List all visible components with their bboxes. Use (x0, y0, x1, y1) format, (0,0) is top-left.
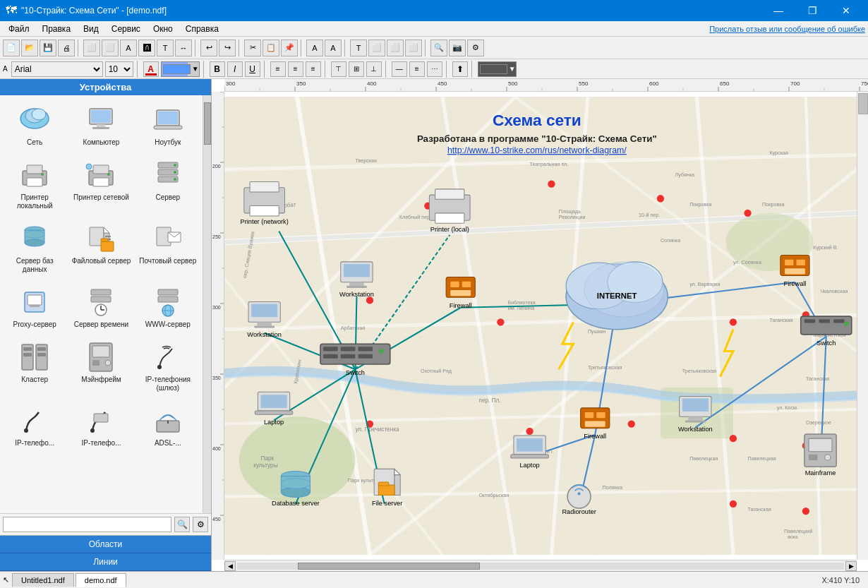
line-style-button[interactable]: — (392, 61, 407, 77)
italic-button[interactable]: I (227, 61, 243, 77)
device-time-server[interactable]: Сервер времени (69, 280, 133, 332)
adsl-icon (151, 404, 185, 438)
tab-areas[interactable]: Области (0, 536, 211, 553)
search-input[interactable] (3, 517, 171, 532)
device-computer[interactable]: Компьютер (69, 98, 133, 150)
valign-bot-button[interactable]: ⊥ (366, 61, 382, 77)
device-cluster[interactable]: Кластер (3, 335, 66, 396)
valign-mid-button[interactable]: ⊞ (349, 61, 364, 77)
device-ip-phone2[interactable]: IP-телефо... (69, 399, 133, 451)
menu-file[interactable]: Файл (3, 23, 35, 35)
device-server[interactable]: Сервер (136, 153, 200, 214)
tab-demo[interactable]: demo.ndf (76, 573, 126, 587)
hscroll-left[interactable]: ◀ (224, 561, 236, 571)
canvas-body[interactable]: 150 200 250 300 350 (212, 92, 868, 571)
paste-button[interactable]: 📌 (281, 40, 298, 56)
device-www[interactable]: WWW-сервер (136, 280, 200, 332)
bring-front-button[interactable]: ⬆ (452, 61, 468, 77)
line-thick-button[interactable]: ≡ (409, 61, 425, 77)
search-button[interactable]: 🔍 (174, 517, 190, 532)
device-printer-local[interactable]: Принтер локальный (3, 153, 66, 214)
vscroll-thumb[interactable] (858, 93, 868, 114)
tb-btn20[interactable]: ⬜ (368, 40, 385, 56)
menu-help[interactable]: Справка (180, 23, 224, 35)
cut-button[interactable]: ✂ (244, 40, 261, 56)
node-workstation1: Workstation (339, 262, 374, 298)
underline-button[interactable]: U (245, 61, 260, 77)
device-printer-net[interactable]: Принтер сетевой (69, 153, 133, 214)
tb-btn17[interactable]: A (306, 40, 323, 56)
menu-edit[interactable]: Правка (37, 23, 77, 35)
hscroll-right[interactable]: ▶ (845, 561, 857, 571)
tb-btn24[interactable]: 📷 (449, 40, 466, 56)
line-dash-button[interactable]: ⋯ (427, 61, 442, 77)
open-button[interactable]: 📂 (21, 40, 38, 56)
svg-text:INTERNET: INTERNET (597, 292, 637, 300)
mainframe-label: Мэйнфрейм (81, 376, 121, 384)
tb-btn21[interactable]: ⬜ (387, 40, 404, 56)
svg-text:Театральная пл.: Театральная пл. (530, 161, 569, 167)
menu-service[interactable]: Сервис (106, 23, 146, 35)
device-laptop[interactable]: Ноутбук (136, 98, 200, 150)
print-button[interactable]: 🖨 (58, 40, 75, 56)
restore-button[interactable]: ❐ (796, 0, 828, 21)
svg-text:Парк: Парк (260, 455, 274, 462)
align-center-button[interactable]: ≡ (288, 61, 303, 77)
device-ip-phone1[interactable]: IP-телефо... (3, 399, 66, 451)
new-button[interactable]: 📄 (3, 40, 20, 56)
svg-text:600: 600 (649, 80, 659, 87)
align-right-button[interactable]: ≡ (306, 61, 321, 77)
menu-window[interactable]: Окно (147, 23, 179, 35)
valign-top-button[interactable]: ⊤ (331, 61, 346, 77)
device-ip-gateway[interactable]: IP-телефония (шлюз) (136, 335, 200, 396)
font-select[interactable]: Arial (11, 61, 103, 77)
redo-button[interactable]: ↪ (219, 40, 236, 56)
diagram-canvas[interactable]: Новый Арбат Тверская Театральная пл. Луб… (224, 92, 857, 560)
vertical-scrollbar[interactable] (857, 92, 868, 560)
save-button[interactable]: 💾 (40, 40, 56, 56)
device-mainframe[interactable]: Мэйнфрейм (69, 335, 133, 396)
close-button[interactable]: ✕ (830, 0, 862, 21)
device-db-server[interactable]: Сервер баз данных (3, 217, 66, 277)
device-mail-server[interactable]: Почтовый сервер (136, 217, 200, 277)
tb-btn9[interactable]: T (157, 40, 174, 56)
tab-untitled[interactable]: Untitled1.ndf (12, 573, 74, 587)
left-scroll-thumb[interactable] (204, 102, 211, 145)
fill-color-button[interactable]: ▼ (161, 61, 200, 77)
tb-btn18[interactable]: A (325, 40, 342, 56)
tb-btn22[interactable]: ⬜ (405, 40, 422, 56)
size-select[interactable]: 10 (105, 61, 133, 77)
search-settings-button[interactable]: ⚙ (193, 517, 208, 532)
canvas-area[interactable]: 300 350 400 450 500 550 (212, 79, 868, 571)
horizontal-scrollbar[interactable]: ◀ ▶ (224, 560, 857, 571)
feedback-link[interactable]: Прислать отзыв или сообщение об ошибке (709, 25, 865, 33)
font-color-button[interactable]: A (143, 61, 159, 77)
tb-btn8[interactable]: 🅰 (138, 40, 155, 56)
svg-rect-236 (251, 304, 277, 318)
left-scrollbar[interactable] (203, 95, 211, 513)
line-color-button[interactable]: ▼ (478, 61, 517, 77)
menu-view[interactable]: Вид (78, 23, 104, 35)
svg-point-247 (379, 349, 383, 353)
tb-btn23[interactable]: 🔍 (430, 40, 447, 56)
copy-button[interactable]: 📋 (263, 40, 279, 56)
tab-lines[interactable]: Линии (0, 553, 211, 571)
device-file-server[interactable]: Файловый сервер (69, 217, 133, 277)
hscroll-thumb[interactable] (298, 563, 480, 570)
tb-btn5[interactable]: ⬜ (83, 40, 100, 56)
hscroll-track[interactable] (237, 563, 844, 570)
svg-text:Лубянка: Лубянка (675, 172, 695, 178)
device-net[interactable]: Сеть (3, 98, 66, 150)
minimize-button[interactable]: — (762, 0, 795, 21)
tb-btn6[interactable]: ⬜ (102, 40, 119, 56)
device-adsl[interactable]: ADSL-... (136, 399, 200, 451)
tb-btn10[interactable]: ↔ (175, 40, 192, 56)
tb-btn25[interactable]: ⚙ (467, 40, 484, 56)
align-left-button[interactable]: ≡ (270, 61, 286, 77)
undo-button[interactable]: ↩ (200, 40, 217, 56)
device-proxy[interactable]: Proxy-сервер (3, 280, 66, 332)
tb-btn19[interactable]: T (350, 40, 367, 56)
tb-btn7[interactable]: A (120, 40, 137, 56)
window-title: "10-Страйк: Схема Сети" - [demo.ndf] (21, 6, 167, 16)
bold-button[interactable]: B (210, 61, 225, 77)
